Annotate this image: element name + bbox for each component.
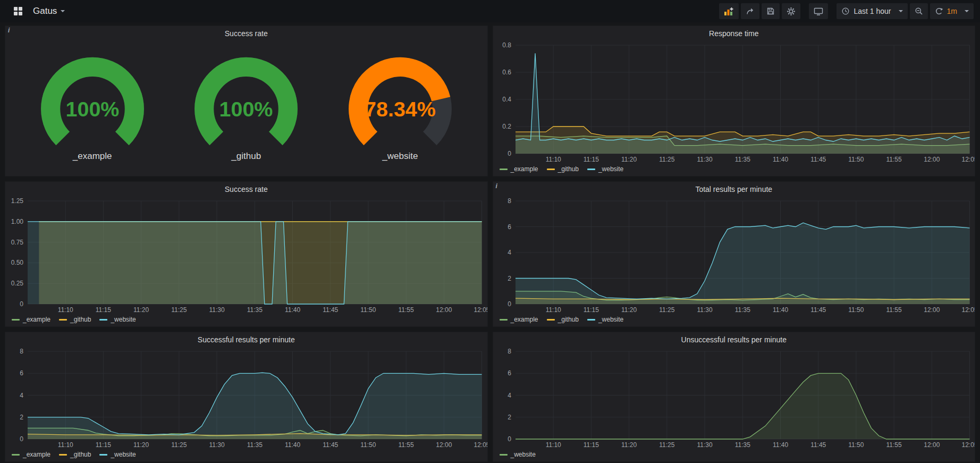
svg-text:8: 8: [20, 348, 23, 355]
svg-text:11:25: 11:25: [171, 441, 187, 449]
svg-text:11:25: 11:25: [659, 441, 674, 449]
svg-text:11:55: 11:55: [399, 306, 414, 314]
unsuccessful-results-legend: _website: [493, 450, 975, 461]
svg-text:11:10: 11:10: [545, 306, 561, 314]
legend-item-website[interactable]: _website: [587, 165, 623, 173]
legend-item-website[interactable]: _website: [99, 451, 136, 458]
panel-title-successful-results[interactable]: Successful results per minute: [5, 332, 487, 347]
panel-title-success-rate-gauges[interactable]: Success rate: [5, 26, 487, 41]
legend-series-swatch-icon: [99, 454, 107, 456]
svg-text:0: 0: [508, 300, 511, 308]
save-dashboard-button[interactable]: [762, 3, 780, 19]
info-icon[interactable]: i: [496, 182, 497, 190]
svg-text:11:35: 11:35: [247, 306, 263, 314]
successful-results-chart[interactable]: 0246811:1011:1511:2011:2511:3011:3511:40…: [5, 347, 487, 450]
dashboard-settings-button[interactable]: [782, 3, 800, 19]
legend-item-example[interactable]: _example: [500, 316, 538, 323]
panel-title-text: Unsuccessful results per minute: [681, 335, 787, 344]
panel-title-text: Response time: [709, 29, 758, 38]
gauge-example: 100% _example: [26, 55, 159, 162]
svg-text:11:45: 11:45: [810, 306, 826, 314]
panel-response-time: Response time 00.20.40.60.811:1011:1511:…: [493, 26, 976, 176]
dashboards-menu-button[interactable]: [9, 3, 28, 19]
svg-text:0: 0: [508, 150, 511, 157]
panel-title-success-rate[interactable]: Success rate: [5, 182, 487, 197]
gauge-label: _github: [231, 151, 261, 162]
svg-text:8: 8: [508, 348, 511, 355]
svg-text:11:30: 11:30: [209, 441, 224, 449]
legend-series-label: _example: [511, 316, 538, 323]
panel-title-unsuccessful-results[interactable]: Unsuccessful results per minute: [493, 332, 975, 347]
svg-text:100%: 100%: [65, 97, 119, 121]
svg-text:8: 8: [508, 197, 511, 205]
svg-text:4: 4: [20, 392, 23, 399]
share-dashboard-button[interactable]: [741, 3, 759, 19]
add-panel-button[interactable]: [719, 3, 739, 19]
legend-series-swatch-icon: [500, 169, 508, 170]
legend-item-example[interactable]: _example: [12, 451, 50, 458]
svg-text:11:35: 11:35: [734, 156, 750, 163]
legend-item-github[interactable]: _github: [547, 165, 579, 173]
legend-series-swatch-icon: [500, 319, 508, 321]
navbar-left: Gatus: [6, 3, 65, 19]
svg-text:11:45: 11:45: [323, 441, 338, 449]
panel-title-text: Success rate: [225, 185, 268, 193]
refresh-button[interactable]: 1m: [930, 3, 974, 19]
legend-series-label: _website: [598, 316, 623, 323]
response-time-chart[interactable]: 00.20.40.60.811:1011:1511:2011:2511:3011…: [493, 41, 975, 164]
svg-text:11:45: 11:45: [810, 441, 826, 449]
svg-text:0.4: 0.4: [502, 96, 511, 103]
dashboard-title-dropdown[interactable]: Gatus: [33, 6, 65, 16]
svg-text:11:15: 11:15: [96, 441, 111, 449]
svg-text:4: 4: [508, 392, 511, 399]
svg-text:78.34%: 78.34%: [365, 97, 436, 121]
success-rate-legend: _example_github_website: [5, 315, 487, 326]
svg-text:0.25: 0.25: [11, 280, 24, 287]
legend-series-label: _github: [70, 316, 91, 323]
legend-series-label: _website: [511, 451, 536, 458]
legend-item-github[interactable]: _github: [59, 451, 91, 458]
gauge-label: _website: [382, 151, 418, 162]
legend-item-website[interactable]: _website: [99, 316, 136, 323]
panel-title-text: Successful results per minute: [198, 335, 295, 344]
panel-success-rate-timeseries: Success rate 00.250.500.751.001.2511:101…: [5, 181, 488, 327]
svg-text:12:00: 12:00: [924, 441, 940, 449]
legend-item-website[interactable]: _website: [500, 451, 536, 458]
svg-text:1.00: 1.00: [11, 218, 24, 225]
zoom-out-icon: [915, 7, 923, 15]
svg-text:11:20: 11:20: [621, 441, 637, 449]
cycle-view-mode-button[interactable]: [809, 3, 828, 19]
svg-text:11:20: 11:20: [621, 156, 637, 163]
refresh-icon: [935, 7, 943, 15]
success-rate-chart[interactable]: 00.250.500.751.001.2511:1011:1511:2011:2…: [5, 197, 487, 315]
panel-title-response-time[interactable]: Response time: [493, 26, 975, 41]
legend-item-github[interactable]: _github: [59, 316, 91, 323]
zoom-out-button[interactable]: [910, 3, 928, 19]
legend-item-github[interactable]: _github: [547, 316, 579, 323]
svg-text:11:15: 11:15: [96, 306, 111, 314]
panel-title-total-results[interactable]: Total results per minute: [493, 182, 975, 197]
save-icon: [766, 7, 775, 15]
add-panel-icon: [724, 7, 734, 16]
svg-text:11:15: 11:15: [583, 441, 598, 449]
legend-series-swatch-icon: [500, 454, 508, 456]
svg-text:12:05: 12:05: [961, 156, 975, 163]
svg-text:100%: 100%: [219, 97, 273, 121]
time-range-picker-button[interactable]: Last 1 hour: [837, 3, 907, 19]
unsuccessful-results-chart[interactable]: 0246811:1011:1511:2011:2511:3011:3511:40…: [493, 347, 975, 450]
legend-item-example[interactable]: _example: [500, 165, 538, 173]
legend-series-swatch-icon: [547, 169, 555, 170]
gauges-row: 100% _example 100% _github 78.34% _websi…: [5, 41, 487, 176]
svg-text:11:10: 11:10: [545, 441, 561, 449]
dashboard-title: Gatus: [33, 6, 57, 16]
legend-series-swatch-icon: [59, 319, 67, 321]
legend-item-website[interactable]: _website: [587, 316, 623, 323]
svg-text:1.25: 1.25: [11, 197, 24, 205]
svg-text:11:20: 11:20: [133, 441, 149, 449]
info-icon[interactable]: i: [8, 27, 10, 34]
total-results-chart[interactable]: 0246811:1011:1511:2011:2511:3011:3511:40…: [493, 197, 975, 315]
legend-item-example[interactable]: _example: [12, 316, 50, 323]
svg-text:11:40: 11:40: [772, 156, 788, 163]
svg-text:11:35: 11:35: [734, 441, 750, 449]
legend-series-label: _website: [598, 165, 623, 173]
